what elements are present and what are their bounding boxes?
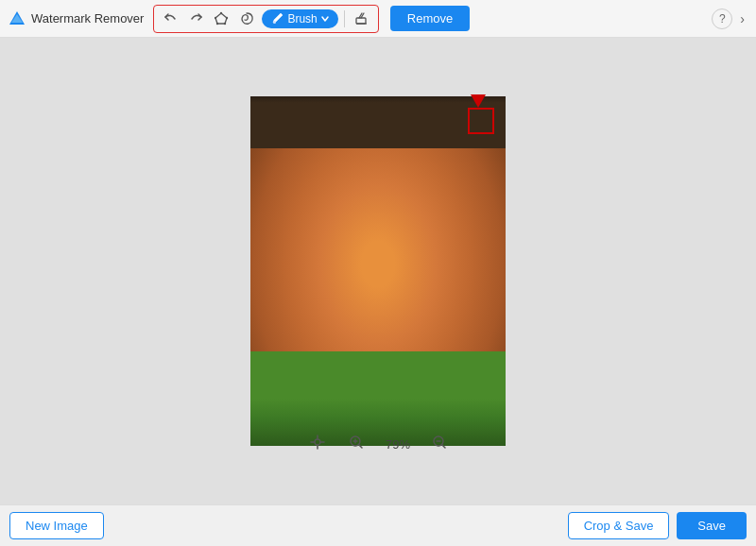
remove-button[interactable]: Remove — [390, 6, 470, 31]
polygon-select-button[interactable] — [211, 9, 232, 27]
canvas-toolbar: 79% — [0, 431, 756, 457]
chevron-right-icon: › — [740, 11, 745, 26]
selection-indicator — [468, 108, 494, 134]
svg-line-15 — [359, 445, 362, 448]
svg-line-18 — [442, 445, 445, 448]
pan-icon — [309, 434, 326, 451]
footer: New Image Crop & Save Save — [0, 504, 756, 546]
svg-point-5 — [224, 23, 226, 25]
zoom-out-button[interactable] — [426, 432, 453, 456]
svg-marker-2 — [215, 13, 227, 24]
svg-point-8 — [273, 21, 276, 24]
help-button[interactable]: ? — [712, 9, 732, 29]
zoom-level: 79% — [381, 437, 415, 452]
svg-point-6 — [216, 23, 218, 25]
svg-point-4 — [226, 17, 228, 19]
expand-button[interactable]: › — [736, 9, 748, 28]
footer-right-buttons: Crop & Save Save — [568, 512, 747, 539]
header: Watermark Remover — [0, 0, 756, 38]
new-image-button[interactable]: New Image — [9, 512, 104, 539]
zoom-out-icon — [432, 435, 447, 450]
kitten-image[interactable] — [250, 96, 506, 446]
app-logo: Watermark Remover — [8, 9, 144, 28]
tool-divider — [344, 10, 345, 27]
redo-button[interactable] — [185, 9, 207, 27]
undo-icon — [163, 11, 178, 26]
app-logo-icon — [8, 9, 26, 28]
brush-dropdown-icon — [321, 15, 329, 23]
lasso-button[interactable] — [236, 9, 258, 27]
app-title: Watermark Remover — [31, 11, 144, 26]
save-button[interactable]: Save — [677, 512, 747, 539]
undo-button[interactable] — [160, 9, 181, 27]
svg-point-11 — [315, 439, 320, 445]
brush-button[interactable]: Brush — [262, 9, 337, 28]
brush-label: Brush — [287, 12, 317, 26]
zoom-in-icon — [349, 435, 364, 450]
main-canvas-area: 79% — [0, 38, 756, 504]
lasso-icon — [240, 11, 254, 26]
zoom-in-button[interactable] — [343, 432, 369, 456]
eraser-icon — [354, 11, 369, 26]
svg-point-3 — [220, 12, 222, 14]
eraser-button[interactable] — [351, 9, 372, 27]
brush-icon — [271, 12, 284, 25]
tool-group: Brush — [153, 5, 378, 33]
help-icon: ? — [719, 12, 726, 26]
arrow-indicator — [471, 94, 486, 108]
svg-rect-9 — [356, 18, 366, 24]
redo-icon — [189, 11, 203, 26]
pan-button[interactable] — [303, 431, 332, 457]
crop-save-button[interactable]: Crop & Save — [568, 512, 670, 539]
image-container — [250, 96, 506, 446]
polygon-icon — [215, 11, 229, 26]
